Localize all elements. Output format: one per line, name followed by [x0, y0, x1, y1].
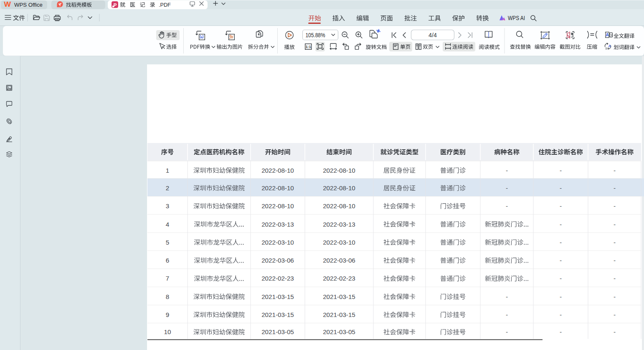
svg-text:2022-08-10: 2022-08-10: [261, 202, 294, 209]
svg-text:2022-02-23: 2022-02-23: [323, 275, 355, 282]
svg-text:-: -: [614, 275, 616, 282]
svg-text:P: P: [114, 3, 117, 8]
svg-text:-: -: [614, 239, 616, 246]
svg-text:-: -: [560, 221, 562, 228]
svg-text:5: 5: [166, 239, 169, 246]
svg-text:105.88%: 105.88%: [306, 32, 325, 38]
svg-text:-: -: [560, 167, 562, 174]
svg-text:2022-08-10: 2022-08-10: [323, 202, 355, 209]
svg-text:-: -: [506, 293, 508, 300]
svg-text:WPS AI: WPS AI: [508, 15, 525, 21]
svg-text:-: -: [506, 184, 508, 192]
svg-text:-: -: [560, 239, 562, 246]
svg-text:.PDF: .PDF: [159, 2, 171, 8]
svg-text:-: -: [614, 167, 616, 174]
svg-text:-: -: [560, 328, 562, 335]
svg-text:-: -: [506, 202, 508, 209]
svg-text:2022-08-10: 2022-08-10: [261, 184, 294, 192]
svg-text:2021-03-15: 2021-03-15: [261, 311, 294, 318]
svg-text:7: 7: [166, 275, 169, 282]
svg-text:WPS Office: WPS Office: [14, 2, 43, 8]
svg-text:2021-03-05: 2021-03-05: [323, 328, 355, 335]
svg-text:W: W: [4, 0, 11, 8]
svg-text:-: -: [560, 293, 562, 300]
svg-text:2022-03-06: 2022-03-06: [261, 257, 294, 264]
svg-text:-: -: [560, 184, 562, 192]
svg-text:9: 9: [166, 311, 169, 318]
svg-text:-: -: [506, 328, 508, 335]
svg-text:-: -: [560, 202, 562, 209]
svg-text:-: -: [506, 167, 508, 174]
svg-text:2022-03-06: 2022-03-06: [323, 257, 355, 264]
svg-text:2022-08-10: 2022-08-10: [261, 167, 294, 174]
svg-text:-: -: [614, 293, 616, 300]
svg-text:2021-03-15: 2021-03-15: [323, 293, 355, 300]
svg-text:-: -: [614, 184, 616, 192]
svg-text:2022-03-10: 2022-03-10: [323, 239, 355, 246]
svg-text:2022-02-23: 2022-02-23: [261, 275, 294, 282]
svg-text:-: -: [506, 311, 508, 318]
svg-text:-: -: [560, 257, 562, 264]
svg-text:2022-08-10: 2022-08-10: [323, 184, 355, 192]
svg-text:6: 6: [166, 257, 169, 264]
svg-text:-: -: [614, 221, 616, 228]
svg-text:-: -: [560, 275, 562, 282]
svg-text:2022-03-13: 2022-03-13: [323, 221, 355, 228]
svg-text:-: -: [614, 202, 616, 209]
svg-text:-: -: [614, 328, 616, 335]
svg-text:-: -: [560, 311, 562, 318]
svg-text:2021-03-05: 2021-03-05: [261, 328, 294, 335]
svg-text:8: 8: [166, 293, 169, 300]
svg-text:A: A: [606, 33, 609, 37]
svg-text:1: 1: [166, 167, 169, 174]
svg-text:3: 3: [166, 202, 169, 209]
svg-text:2021-03-15: 2021-03-15: [323, 311, 355, 318]
svg-text:4: 4: [166, 221, 169, 228]
svg-text:-: -: [614, 311, 616, 318]
svg-text:1:1: 1:1: [306, 45, 311, 49]
svg-text:2021-03-15: 2021-03-15: [261, 293, 294, 300]
svg-text:-: -: [614, 257, 616, 264]
svg-text:4/4: 4/4: [428, 32, 437, 38]
svg-text:A: A: [608, 43, 611, 48]
svg-text:2022-03-13: 2022-03-13: [261, 221, 294, 228]
svg-text:10: 10: [164, 328, 171, 335]
svg-text:2022-08-10: 2022-08-10: [323, 167, 355, 174]
svg-text:2: 2: [166, 184, 169, 192]
svg-text:2022-03-10: 2022-03-10: [261, 239, 294, 246]
